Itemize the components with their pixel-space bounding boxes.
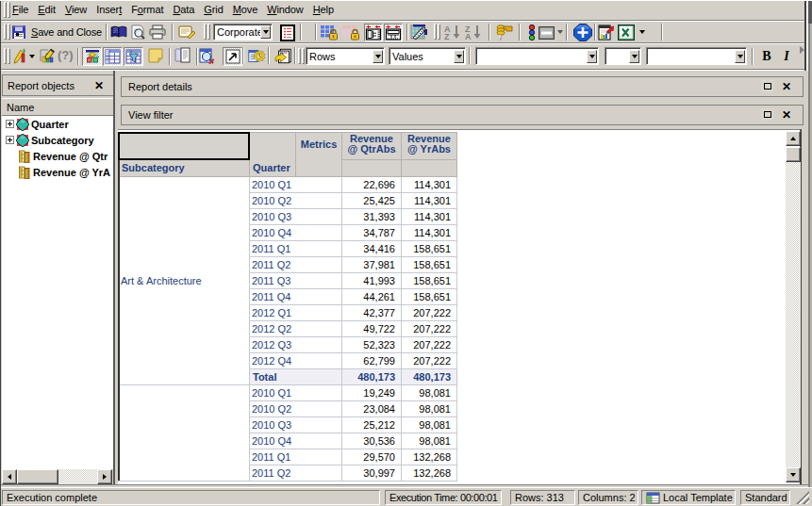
svg-text:Z: Z (444, 32, 450, 41)
svg-text:A: A (465, 32, 472, 41)
